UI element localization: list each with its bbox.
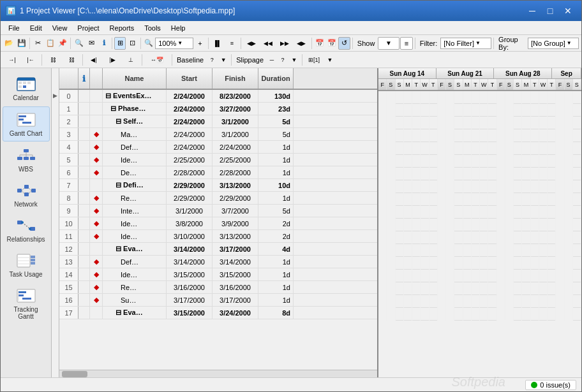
- col-header-finish[interactable]: Finish: [213, 68, 258, 89]
- menu-file[interactable]: File: [3, 23, 25, 33]
- task-btn1[interactable]: ◀▶: [243, 37, 259, 50]
- sidebar-item-wbs[interactable]: WBS: [3, 143, 50, 177]
- baseline-drop[interactable]: ▼: [218, 54, 229, 66]
- table-row[interactable]: 12⊟ Eva…3/14/20003/17/20004d: [59, 243, 377, 256]
- filter-dropdown[interactable]: [No Filter] ▼: [440, 38, 491, 49]
- sidebar-item-relationships[interactable]: Relationships: [3, 213, 50, 247]
- gantt-cell: [539, 244, 548, 257]
- extra-btn1[interactable]: ⊞[1]: [304, 54, 324, 66]
- network-view-button[interactable]: ⊡: [126, 37, 138, 50]
- h-scrollbar[interactable]: [59, 370, 377, 377]
- open-button[interactable]: 📂: [3, 37, 15, 50]
- table-row[interactable]: 17⊟ Eva…3/15/20003/24/20008d: [59, 307, 377, 319]
- slippage-drop[interactable]: ▼: [288, 54, 300, 66]
- menu-tools[interactable]: Tools: [139, 23, 166, 33]
- table-row[interactable]: 13◆Def…3/14/20003/14/20001d: [59, 256, 377, 268]
- gantt-cell: [505, 168, 514, 180]
- svg-rect-21: [17, 189, 22, 192]
- maximize-button[interactable]: □: [542, 4, 558, 17]
- table-row[interactable]: 16◆Su…3/17/20003/17/20001d: [59, 294, 377, 307]
- gantt-cell: [438, 193, 446, 206]
- table-row[interactable]: 3◆Ma…2/24/20003/1/20005d: [59, 128, 377, 141]
- gantt-cell: [488, 257, 496, 270]
- gantt-view-button[interactable]: ⊞: [114, 37, 126, 50]
- sidebar-item-taskusage[interactable]: Task Usage: [3, 248, 50, 282]
- table-row[interactable]: 5◆Ide…2/25/20002/25/20001d: [59, 154, 377, 166]
- zoom-out-button[interactable]: 🔍: [143, 37, 155, 50]
- task-btn4[interactable]: ◀▶: [293, 37, 309, 50]
- zoom-dropdown[interactable]: 100% ▼: [155, 38, 193, 49]
- gantt-cell: [454, 219, 463, 231]
- track-btn[interactable]: ↺: [338, 37, 350, 50]
- table-row[interactable]: 8◆Re…2/29/20002/29/20001d: [59, 192, 377, 205]
- col-header-duration[interactable]: Duration: [258, 68, 294, 89]
- gantt-cell: [404, 219, 412, 231]
- show-option[interactable]: ≡: [400, 37, 413, 50]
- copy-button[interactable]: 📋: [44, 37, 56, 50]
- sidebar-item-calendar[interactable]: Calendar: [3, 71, 50, 105]
- table-row[interactable]: 10◆Ide…3/8/20003/9/20002d: [59, 217, 377, 230]
- col-header-id[interactable]: [59, 68, 78, 89]
- h-scrollbar-thumb[interactable]: [62, 371, 87, 377]
- task-btn3[interactable]: ▶▶: [276, 37, 292, 50]
- outdent-button[interactable]: |←: [22, 54, 40, 66]
- slippage-dash[interactable]: ─: [267, 54, 277, 66]
- view1-button[interactable]: ▐▌: [211, 37, 225, 50]
- menu-reports[interactable]: Reports: [105, 23, 140, 33]
- cell-id: 12: [59, 243, 78, 255]
- task-btn2[interactable]: ◀◀: [260, 37, 276, 50]
- unlink-button[interactable]: ⛓: [63, 54, 80, 66]
- table-row[interactable]: 14◆Ide…3/15/20003/15/20001d: [59, 268, 377, 281]
- calendar-btn[interactable]: 📅: [313, 37, 325, 50]
- table-row[interactable]: 9◆Inte…3/1/20003/7/20005d: [59, 205, 377, 217]
- menu-view[interactable]: View: [47, 23, 73, 33]
- col-header-name[interactable]: Name: [103, 68, 167, 89]
- info-button[interactable]: ℹ: [98, 37, 110, 50]
- minimize-button[interactable]: ─: [524, 4, 541, 17]
- cell-indicator: [90, 115, 103, 127]
- col-header-info[interactable]: ℹ: [78, 68, 90, 89]
- table-row[interactable]: 11◆Ide…3/10/20003/13/20002d: [59, 230, 377, 243]
- sidebar-item-gantt[interactable]: Gantt Chart: [3, 106, 50, 142]
- close-button[interactable]: ✕: [560, 4, 576, 17]
- gantt-cell: [463, 155, 472, 168]
- table-row[interactable]: 0⊟ EventsEx…2/24/20008/23/2000130d: [59, 90, 377, 103]
- extra-btn2[interactable]: ▼: [324, 54, 336, 66]
- sidebar-item-network[interactable]: Network: [3, 178, 50, 212]
- constraint-btn[interactable]: ◀|: [85, 54, 103, 66]
- find-button[interactable]: 🔍: [73, 37, 85, 50]
- calendar2-btn[interactable]: 📅: [326, 37, 338, 50]
- menu-project[interactable]: Project: [72, 23, 104, 33]
- split-btn[interactable]: |▶: [103, 54, 121, 66]
- indent-button[interactable]: →|: [3, 54, 21, 66]
- table-row[interactable]: 6◆De…2/28/20002/28/20001d: [59, 166, 377, 179]
- sidebar-item-trackinggant[interactable]: Tracking Gantt: [3, 283, 50, 324]
- gantt-days-row: FSSMTWTFSSMTWTFSSMTWTFSS: [378, 79, 581, 90]
- table-row[interactable]: 1⊟ Phase…2/24/20003/27/200023d: [59, 103, 377, 115]
- col-header-start[interactable]: Start: [167, 68, 213, 89]
- baseline-q-btn[interactable]: ?: [207, 54, 217, 66]
- table-row[interactable]: 2⊟ Self…2/24/20003/1/20005d: [59, 115, 377, 128]
- gantt-cell: [429, 91, 438, 104]
- zoom-in-button[interactable]: +: [194, 37, 206, 50]
- gantt-cell: [472, 91, 480, 104]
- table-row[interactable]: 7⊟ Defi…2/29/20003/13/200010d: [59, 179, 377, 192]
- col-header-indicator[interactable]: [90, 68, 103, 89]
- scroll-proj-btn[interactable]: ↔📅: [144, 54, 170, 66]
- cell-id: 3: [59, 128, 78, 140]
- paste-button[interactable]: 📌: [57, 37, 69, 50]
- link-button[interactable]: ⛓: [44, 54, 62, 66]
- menu-edit[interactable]: Edit: [25, 23, 47, 33]
- menu-help[interactable]: Help: [166, 23, 191, 33]
- info2-btn[interactable]: ⊥: [122, 54, 140, 66]
- slippage-q-btn[interactable]: ?: [278, 54, 288, 66]
- table-row[interactable]: 4◆Def…2/24/20002/24/20001d: [59, 141, 377, 154]
- save-button[interactable]: 💾: [16, 37, 28, 50]
- table-row[interactable]: 15◆Re…3/16/20003/16/20001d: [59, 281, 377, 294]
- groupby-dropdown[interactable]: [No Group] ▼: [528, 38, 579, 49]
- show-dropdown[interactable]: ▼: [378, 37, 399, 50]
- mail-button[interactable]: ✉: [86, 37, 98, 50]
- cut-button[interactable]: ✂: [32, 37, 44, 50]
- svg-rect-9: [19, 119, 24, 120]
- view2-button[interactable]: ≡: [225, 37, 239, 50]
